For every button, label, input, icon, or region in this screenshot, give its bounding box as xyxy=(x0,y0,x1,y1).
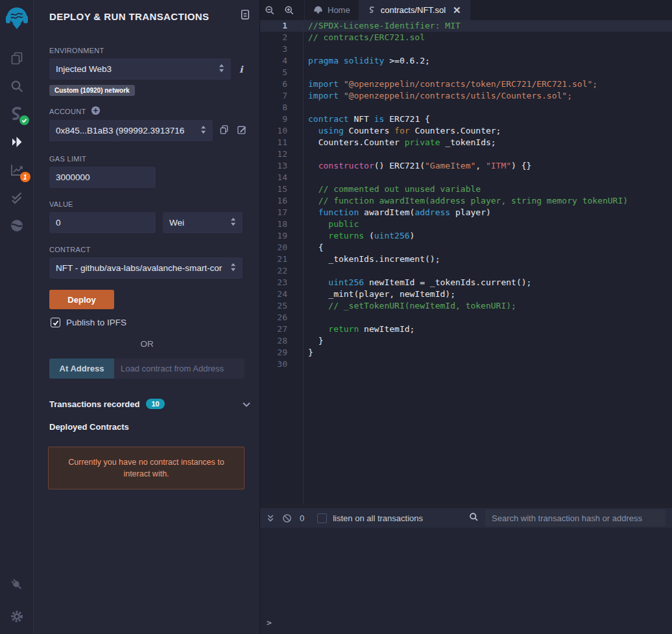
account-value: 0x845...B1aB3 (999992.3913716 xyxy=(56,126,197,135)
code-line[interactable]: 30 xyxy=(260,358,672,370)
at-address-button[interactable]: At Address xyxy=(49,358,114,379)
add-account-icon[interactable] xyxy=(91,106,101,117)
terminal-toolbar: 0 listen on all transactions xyxy=(260,504,672,528)
settings-icon[interactable] xyxy=(0,602,34,630)
deploy-run-panel: DEPLOY & RUN TRANSACTIONS ENVIRONMENT In… xyxy=(34,0,259,634)
code-line[interactable]: 22 xyxy=(260,265,672,277)
transactions-count-badge: 10 xyxy=(146,399,164,409)
code-line[interactable]: 3 xyxy=(260,43,672,55)
deploy-run-icon[interactable] xyxy=(0,128,34,156)
code-line[interactable]: 11 Counters.Counter private _tokenIds; xyxy=(260,137,672,148)
code-line[interactable]: 26 xyxy=(260,312,672,323)
value-label: VALUE xyxy=(49,200,259,208)
code-line[interactable]: 12 xyxy=(260,148,672,160)
chevron-updown-icon xyxy=(219,64,224,75)
code-line[interactable]: 20 { xyxy=(260,242,672,253)
chevron-down-icon[interactable] xyxy=(243,398,250,410)
code-line[interactable]: 21 _tokenIds.increment(); xyxy=(260,253,672,265)
analytics-count-badge: 1 xyxy=(20,172,30,182)
tab-nft-sol[interactable]: contracts/NFT.sol ✕ xyxy=(359,0,470,20)
debugger-icon[interactable] xyxy=(0,211,34,239)
account-label: ACCOUNT xyxy=(49,106,259,117)
analytics-icon[interactable]: 1 xyxy=(0,156,34,183)
code-line[interactable]: 24 _mint(player, newItemId); xyxy=(260,288,672,300)
value-unit-select[interactable]: Wei xyxy=(163,212,243,233)
solidity-compiler-icon[interactable] xyxy=(0,100,34,128)
close-tab-icon[interactable]: ✕ xyxy=(453,5,461,16)
deploy-button[interactable]: Deploy xyxy=(49,290,114,309)
code-line[interactable]: 23 uint256 newItemId = _tokenIds.current… xyxy=(260,277,672,288)
compile-success-badge xyxy=(19,115,29,125)
contract-select[interactable]: NFT - github/ava-labs/avalanche-smart-co… xyxy=(49,257,243,279)
gas-limit-label: GAS LIMIT xyxy=(49,155,259,163)
gas-limit-input[interactable]: 3000000 xyxy=(49,167,156,188)
zoom-out-icon[interactable] xyxy=(260,0,280,20)
tab-bar: Home contracts/NFT.sol ✕ xyxy=(260,0,672,20)
code-line[interactable]: 2// contracts/ERC721.sol xyxy=(260,32,672,43)
listen-all-label: listen on all transactions xyxy=(333,513,423,523)
terminal-prompt: > xyxy=(267,618,272,628)
code-line[interactable]: 13 constructor() ERC721("GameItem", "ITM… xyxy=(260,160,672,172)
chevron-updown-icon xyxy=(200,125,206,136)
deployed-contracts-label: Deployed Contracts xyxy=(49,422,259,432)
listen-all-checkbox[interactable] xyxy=(317,513,327,523)
publish-ipfs-checkbox[interactable] xyxy=(51,318,60,327)
code-line[interactable]: 6import "@openzeppelin/contracts/token/E… xyxy=(260,78,672,90)
transactions-recorded-label: Transactions recorded xyxy=(49,399,139,409)
account-select[interactable]: 0x845...B1aB3 (999992.3913716 xyxy=(49,120,213,141)
code-line[interactable]: 15 // commented out unused variable xyxy=(260,183,672,195)
environment-value: Injected Web3 xyxy=(56,64,215,74)
docs-icon[interactable] xyxy=(240,9,250,23)
contract-value: NFT - github/ava-labs/avalanche-smart-co… xyxy=(56,263,234,273)
value-input[interactable]: 0 xyxy=(49,212,156,233)
info-icon[interactable]: i xyxy=(239,64,243,75)
at-address-input[interactable] xyxy=(114,358,245,379)
code-line[interactable]: 7import "@openzeppelin/contracts/utils/C… xyxy=(260,90,672,102)
panel-title: DEPLOY & RUN TRANSACTIONS xyxy=(49,11,209,22)
code-line[interactable]: 18 public xyxy=(260,218,672,230)
copy-account-icon[interactable] xyxy=(219,124,229,137)
value-unit: Wei xyxy=(169,218,226,228)
tab-nft-sol-label: contracts/NFT.sol xyxy=(381,5,446,15)
code-line[interactable]: 9contract NFT is ERC721 { xyxy=(260,113,672,125)
terminal-output[interactable]: > xyxy=(260,528,672,634)
or-divider: OR xyxy=(49,339,245,349)
unit-testing-icon[interactable] xyxy=(0,183,34,211)
expand-terminal-icon[interactable] xyxy=(267,514,274,522)
code-line[interactable]: 19 returns (uint256) xyxy=(260,230,672,242)
file-explorer-icon[interactable] xyxy=(0,44,34,72)
code-lines: 1//SPDX-License-Identifier: MIT2// contr… xyxy=(260,20,672,370)
terminal-search-input[interactable] xyxy=(485,510,666,526)
home-logo-icon xyxy=(313,5,323,15)
gas-limit-value: 3000000 xyxy=(56,172,90,182)
code-line[interactable]: 1//SPDX-License-Identifier: MIT xyxy=(260,20,672,32)
code-line[interactable]: 5 xyxy=(260,67,672,78)
code-line[interactable]: 10 using Counters for Counters.Counter; xyxy=(260,125,672,137)
code-line[interactable]: 16 // function awardItem(address player,… xyxy=(260,195,672,207)
code-line[interactable]: 25 // _setTokenURI(newItemId, tokenURI); xyxy=(260,300,672,312)
editor-area: Home contracts/NFT.sol ✕ 1//SPDX-License… xyxy=(259,0,672,634)
network-badge: Custom (10920) network xyxy=(49,85,135,96)
gutter-separator xyxy=(303,20,304,504)
code-line[interactable]: 27 return newItemId; xyxy=(260,323,672,335)
sign-message-icon[interactable] xyxy=(237,124,247,137)
code-line[interactable]: 29} xyxy=(260,347,672,358)
code-line[interactable]: 4pragma solidity >=0.6.2; xyxy=(260,55,672,67)
tab-home[interactable]: Home xyxy=(304,0,359,20)
code-line[interactable]: 17 function awardItem(address player) xyxy=(260,207,672,218)
solidity-file-icon xyxy=(368,6,376,14)
code-line[interactable]: 8 xyxy=(260,102,672,113)
code-line[interactable]: 14 xyxy=(260,172,672,183)
icon-rail: 1 xyxy=(0,0,34,634)
search-icon[interactable] xyxy=(0,72,34,100)
publish-ipfs-label: Publish to IPFS xyxy=(66,318,126,327)
clear-console-icon[interactable] xyxy=(282,513,292,523)
code-line[interactable]: 28 } xyxy=(260,335,672,347)
remix-logo-icon[interactable] xyxy=(0,1,34,35)
zoom-in-icon[interactable] xyxy=(280,0,299,20)
chevron-updown-icon xyxy=(230,263,236,274)
plugin-manager-icon[interactable] xyxy=(0,570,34,598)
environment-select[interactable]: Injected Web3 xyxy=(49,58,231,80)
code-editor[interactable]: 1//SPDX-License-Identifier: MIT2// contr… xyxy=(260,20,672,504)
chevron-updown-icon xyxy=(230,217,236,228)
